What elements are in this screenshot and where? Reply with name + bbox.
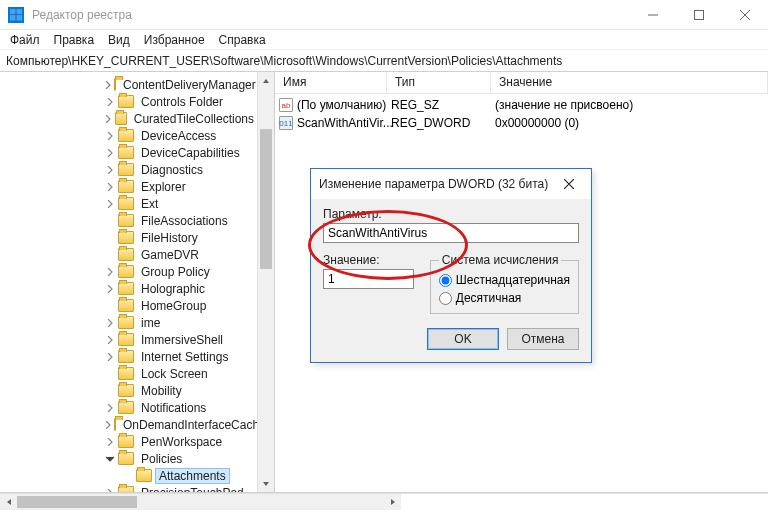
chevron-right-icon[interactable] [104, 113, 113, 125]
radio-dec[interactable]: Десятичная [439, 289, 570, 307]
folder-icon [118, 316, 134, 329]
tree-item-label: FileAssociations [138, 214, 231, 228]
cell-name: ScanWithAntiVir... [297, 116, 393, 130]
chevron-right-icon[interactable] [104, 419, 112, 431]
chevron-right-icon[interactable] [104, 215, 116, 227]
chevron-right-icon[interactable] [104, 300, 116, 312]
value-input[interactable] [323, 269, 414, 289]
folder-icon [118, 146, 134, 159]
list-row[interactable]: 011ScanWithAntiVir...REG_DWORD0x00000000… [275, 114, 768, 132]
hscroll-thumb[interactable] [17, 496, 137, 508]
tree-item-label: Policies [138, 452, 185, 466]
chevron-right-icon[interactable] [104, 164, 116, 176]
tree-hscrollbar[interactable] [0, 493, 768, 510]
chevron-right-icon[interactable] [104, 385, 116, 397]
chevron-right-icon[interactable] [104, 402, 116, 414]
tree-item-label: Ext [138, 197, 161, 211]
dialog-title: Изменение параметра DWORD (32 бита) [319, 177, 555, 191]
chevron-right-icon[interactable] [104, 487, 116, 493]
menu-favorites[interactable]: Избранное [144, 33, 205, 47]
chevron-right-icon[interactable] [122, 470, 134, 482]
col-name[interactable]: Имя [275, 72, 387, 93]
scroll-right-icon[interactable] [384, 494, 401, 510]
address-bar[interactable]: Компьютер\HKEY_CURRENT_USER\Software\Mic… [0, 50, 768, 72]
folder-icon [118, 95, 134, 108]
tree-item[interactable]: CuratedTileCollections [0, 110, 257, 127]
chevron-right-icon[interactable] [104, 283, 116, 295]
folder-icon [118, 265, 134, 278]
tree-item[interactable]: FileAssociations [0, 212, 257, 229]
dword-icon: 011 [279, 116, 293, 130]
radio-hex[interactable]: Шестнадцатеричная [439, 271, 570, 289]
tree-item[interactable]: GameDVR [0, 246, 257, 263]
list-row[interactable]: ab(По умолчанию)REG_SZ(значение не присв… [275, 96, 768, 114]
folder-icon [136, 469, 152, 482]
chevron-right-icon[interactable] [104, 317, 116, 329]
tree-item[interactable]: PrecisionTouchPad [0, 484, 257, 492]
chevron-right-icon[interactable] [104, 436, 116, 448]
chevron-right-icon[interactable] [104, 181, 116, 193]
tree-item[interactable]: Ext [0, 195, 257, 212]
tree-item[interactable]: FileHistory [0, 229, 257, 246]
chevron-right-icon[interactable] [104, 266, 116, 278]
tree-item[interactable]: Group Policy [0, 263, 257, 280]
col-value[interactable]: Значение [491, 72, 768, 93]
minimize-button[interactable] [630, 0, 676, 29]
col-type[interactable]: Тип [387, 72, 491, 93]
chevron-right-icon[interactable] [104, 79, 112, 91]
tree-item[interactable]: Attachments [0, 467, 257, 484]
menu-view[interactable]: Вид [108, 33, 130, 47]
folder-icon [118, 435, 134, 448]
menu-file[interactable]: Файл [10, 33, 40, 47]
chevron-right-icon[interactable] [104, 198, 116, 210]
chevron-right-icon[interactable] [104, 232, 116, 244]
tree-item[interactable]: HomeGroup [0, 297, 257, 314]
scroll-left-icon[interactable] [0, 494, 17, 510]
tree-item[interactable]: DeviceAccess [0, 127, 257, 144]
chevron-right-icon[interactable] [104, 249, 116, 261]
chevron-right-icon[interactable] [104, 368, 116, 380]
chevron-right-icon[interactable] [104, 351, 116, 363]
tree-item-label: DeviceAccess [138, 129, 219, 143]
chevron-right-icon[interactable] [104, 130, 116, 142]
menu-help[interactable]: Справка [219, 33, 266, 47]
tree-item[interactable]: Holographic [0, 280, 257, 297]
tree-item[interactable]: Explorer [0, 178, 257, 195]
cell-name: (По умолчанию) [297, 98, 386, 112]
tree-item[interactable]: ContentDeliveryManager [0, 76, 257, 93]
tree-item[interactable]: Internet Settings [0, 348, 257, 365]
scroll-thumb[interactable] [260, 129, 272, 269]
dialog-close-button[interactable] [555, 174, 583, 194]
chevron-right-icon[interactable] [104, 96, 116, 108]
cancel-button[interactable]: Отмена [507, 328, 579, 350]
tree-item-label: PrecisionTouchPad [138, 486, 247, 493]
tree-item[interactable]: DeviceCapabilities [0, 144, 257, 161]
chevron-right-icon[interactable] [104, 147, 116, 159]
tree-item-label: ime [138, 316, 163, 330]
tree-scrollbar[interactable] [257, 72, 274, 492]
tree-item[interactable]: Diagnostics [0, 161, 257, 178]
scroll-up-icon[interactable] [258, 72, 274, 89]
tree-item[interactable]: Controls Folder [0, 93, 257, 110]
tree-item[interactable]: OnDemandInterfaceCache [0, 416, 257, 433]
close-button[interactable] [722, 0, 768, 29]
ok-button[interactable]: OK [427, 328, 499, 350]
tree-item-label: HomeGroup [138, 299, 209, 313]
tree-item-label: Lock Screen [138, 367, 211, 381]
tree-item[interactable]: Policies [0, 450, 257, 467]
tree-item[interactable]: Notifications [0, 399, 257, 416]
tree-item[interactable]: PenWorkspace [0, 433, 257, 450]
tree-item[interactable]: Mobility [0, 382, 257, 399]
tree-item[interactable]: Lock Screen [0, 365, 257, 382]
maximize-button[interactable] [676, 0, 722, 29]
tree-item-label: Internet Settings [138, 350, 231, 364]
titlebar: Редактор реестра [0, 0, 768, 30]
scroll-down-icon[interactable] [258, 475, 274, 492]
chevron-down-icon[interactable] [104, 453, 116, 465]
menu-edit[interactable]: Правка [54, 33, 95, 47]
folder-icon [118, 350, 134, 363]
chevron-right-icon[interactable] [104, 334, 116, 346]
tree-item[interactable]: ImmersiveShell [0, 331, 257, 348]
tree-item[interactable]: ime [0, 314, 257, 331]
tree-item-label: OnDemandInterfaceCache [120, 418, 257, 432]
